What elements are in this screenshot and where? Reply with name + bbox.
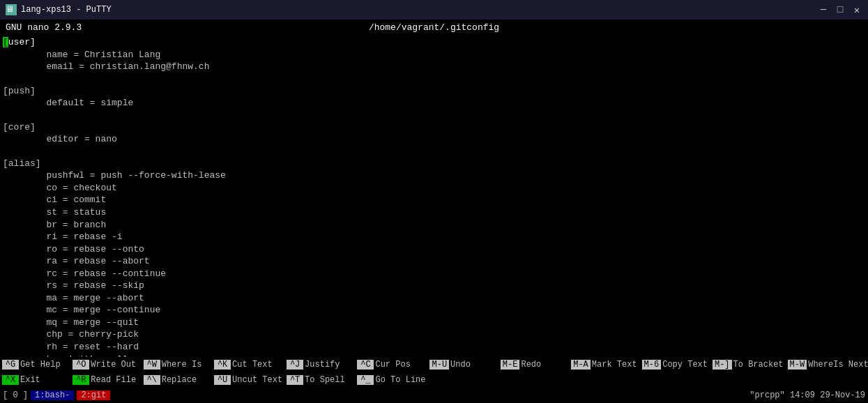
editor-line: mc = merge --continue [3,304,865,317]
editor-line: [push] [3,85,865,98]
editor-line: [alias] [3,158,865,170]
shortcut-label: Exit [20,375,40,385]
shortcut-item: ^TTo Spell [284,372,355,388]
shortcut-label: Copy Text [662,360,708,370]
shortcut-key: M-E [501,360,520,370]
bash-tag[interactable]: 1:bash- [31,390,74,400]
shortcut-label: Write Out [91,360,136,370]
shortcut-label: WhereIs Next [808,360,868,370]
editor-line: ma = merge --abort [3,292,865,305]
shortcut-item: ^WWhere Is [142,357,212,372]
shortcut-item: ^XExit [0,372,70,388]
shortcut-item [498,372,569,388]
shortcut-key: M-U [429,360,449,370]
editor-line: editor = nano [3,133,865,146]
editor-line: name = Christian Lang [3,49,865,61]
shortcut-key: M-6 [642,360,662,370]
bracket-zero: [ 0 ] [3,390,28,400]
shortcut-item [427,372,498,388]
shortcut-key: ^K [214,360,231,370]
shortcut-label: Uncut Text [232,375,282,385]
shortcut-label: To Bracket [733,360,784,370]
tag-bar: [ 0 ] 1:bash- 2:git "prcpp" 14:09 29-Nov… [0,388,868,403]
shortcut-label: Justify [305,360,340,370]
editor-line: rc = rebase --continue [3,268,865,280]
editor-line: rs = rebase --skip [3,280,865,292]
editor-line: ci = commit [3,194,865,206]
editor-line [3,146,865,158]
shortcut-item: ^JJustify [284,357,355,372]
editor-area[interactable]: [user] name = Christian Lang email = chr… [0,35,868,357]
shortcut-key: ^_ [357,375,374,385]
shortcut-key: ^G [2,360,19,370]
title-bar: 🖥 lang-xps13 - PuTTY ─ □ ✕ [0,0,868,20]
close-button[interactable]: ✕ [851,4,862,15]
shortcut-label: Get Help [20,360,61,370]
editor-line [3,109,865,121]
editor-line: mq = merge --quit [3,317,865,329]
editor-line: [core] [3,121,865,134]
shortcut-key: M-A [571,360,591,370]
shortcut-label: Mark Text [592,360,637,370]
shortcut-item: M-6Copy Text [640,357,710,372]
shortcut-item: M-UUndo [427,357,498,372]
editor-line: email = christian.lang@fhnw.ch [3,61,865,73]
shortcut-bar: ^GGet Help^OWrite Out^WWhere Is^KCut Tex… [0,357,868,388]
title-bar-title: lang-xps13 - PuTTY [21,5,112,15]
shortcut-label: Cur Pos [375,360,410,370]
editor-line: ri = rebase -i [3,231,865,243]
shortcut-key: ^J [287,360,303,370]
shortcut-label: Replace [162,375,197,385]
editor-line: br = branch [3,219,865,231]
shortcut-key: ^U [214,375,231,385]
editor-line: ro = rebase --onto [3,243,865,256]
shortcut-item [786,372,868,388]
editor-line [3,73,865,85]
shortcut-item: M-]To Bracket [710,357,786,372]
shortcut-item [569,372,639,388]
git-tag[interactable]: 2:git [77,390,110,400]
tag-left: [ 0 ] 1:bash- 2:git [3,390,110,400]
shortcut-item: ^\Replace [142,372,212,388]
shortcut-key: ^R [73,375,89,385]
shortcut-item: ^UUncut Text [212,372,284,388]
editor-line: pushfwl = push --force-with-lease [3,169,865,182]
shortcut-item: ^RRead File [70,372,141,388]
shortcut-label: Cut Text [232,360,273,370]
title-bar-controls: ─ □ ✕ [818,4,862,15]
minimize-button[interactable]: ─ [818,4,829,15]
editor-line: ra = rebase --abort [3,255,865,268]
shortcut-item: M-AMark Text [569,357,639,372]
shortcut-item: M-ERedo [498,357,569,372]
shortcut-label: Where Is [162,360,202,370]
shortcut-item: ^GGet Help [0,357,70,372]
editor-line: [user] [3,36,865,49]
shortcut-key: M-W [788,360,807,370]
shortcut-key: ^T [287,375,303,385]
shortcut-label: To Spell [305,375,345,385]
title-bar-left: 🖥 lang-xps13 - PuTTY [6,4,112,15]
editor-line: co = checkout [3,182,865,195]
nano-version: GNU nano 2.9.3 [6,22,82,33]
shortcut-key: ^X [2,375,19,385]
shortcut-key: M-] [713,360,732,370]
shortcut-label: Redo [521,360,541,370]
shortcut-item [710,372,786,388]
nano-filename: /home/vagrant/.gitconfig [369,22,499,33]
shortcut-item: ^CCur Pos [355,357,427,372]
shortcut-key: ^W [144,360,160,370]
shortcut-key: ^C [357,360,374,370]
nano-header: GNU nano 2.9.3 /home/vagrant/.gitconfig [0,20,868,35]
line-info: "prcpp" 14:09 29-Nov-19 [749,390,865,400]
shortcut-label: Go To Line [375,375,425,385]
shortcut-item: ^OWrite Out [70,357,141,372]
editor-line: default = simple [3,97,865,109]
shortcut-key: ^\ [144,375,160,385]
editor-line: st = status [3,206,865,219]
putty-icon: 🖥 [6,4,17,15]
shortcut-key: ^O [73,360,89,370]
shortcut-item: ^KCut Text [212,357,284,372]
shortcut-item: ^_Go To Line [355,372,427,388]
restore-button[interactable]: □ [835,4,846,15]
shortcut-label: Read File [91,375,136,385]
